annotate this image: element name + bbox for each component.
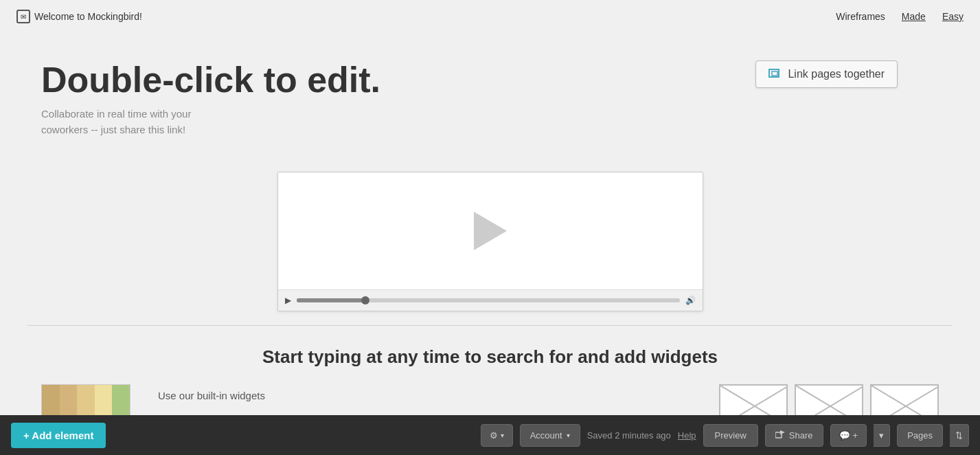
gear-caret-icon: ▾	[501, 432, 504, 439]
palette-col-5	[112, 385, 130, 415]
widget-svg-2	[796, 386, 863, 415]
svg-line-7	[871, 386, 939, 415]
preview-button[interactable]: Preview	[703, 424, 758, 447]
account-caret-icon: ▾	[567, 432, 570, 439]
saved-status: Saved 2 minutes ago	[587, 430, 671, 441]
progress-thumb[interactable]	[361, 296, 369, 304]
logo-text: Welcome to Mockingbird!	[34, 11, 142, 22]
hero-section: Double-click to edit. Collaborate in rea…	[0, 47, 980, 158]
svg-line-2	[720, 386, 788, 415]
nav-wireframes[interactable]: Wireframes	[836, 11, 885, 22]
section-divider	[27, 325, 953, 326]
widgets-title: Start typing at any time to search for a…	[41, 346, 939, 368]
palette-col-3	[77, 385, 95, 415]
widgets-section: Start typing at any time to search for a…	[0, 340, 980, 415]
widget-svg-3	[871, 386, 939, 415]
bottom-toolbar: + Add element ⚙ ▾ Account ▾ Saved 2 minu…	[0, 415, 980, 455]
palette-col-4	[95, 385, 113, 415]
widget-icon-3	[870, 384, 939, 415]
progress-fill	[297, 298, 365, 302]
nav-logo: ✉ Welcome to Mockingbird!	[16, 10, 142, 23]
gear-button[interactable]: ⚙ ▾	[481, 424, 513, 447]
link-pages-button[interactable]: Link pages together	[755, 60, 898, 88]
svg-line-6	[871, 386, 939, 415]
main-content: Double-click to edit. Collaborate in rea…	[0, 33, 980, 415]
palette-col-1	[42, 385, 60, 415]
help-button[interactable]: Help	[678, 430, 696, 441]
video-controls: ▶ 🔊	[278, 289, 703, 311]
nav-made[interactable]: Made	[902, 11, 926, 22]
hero-subtitle: Collaborate in real time with your cowor…	[41, 107, 939, 137]
svg-line-4	[796, 386, 863, 415]
account-button[interactable]: Account ▾	[520, 424, 580, 447]
comment-caret-button[interactable]: ▾	[874, 424, 890, 447]
built-in-widgets-label: Use our built-in widgets	[158, 384, 265, 401]
hero-subtitle-line2: coworkers -- just share this link!	[41, 124, 185, 135]
volume-control[interactable]: 🔊	[685, 296, 696, 305]
pages-button[interactable]: Pages	[897, 424, 943, 447]
widget-icon-list	[719, 384, 939, 415]
video-screen[interactable]	[278, 173, 703, 289]
svg-line-3	[720, 386, 788, 415]
share-label: Share	[789, 430, 813, 441]
progress-bar[interactable]	[297, 298, 680, 302]
add-element-button[interactable]: + Add element	[11, 423, 106, 448]
pages-dropdown-icon: ⇅	[955, 430, 963, 441]
svg-line-5	[796, 386, 863, 415]
widget-icon-1	[719, 384, 788, 415]
widgets-content: Use our built-in widgets	[41, 384, 939, 415]
share-button[interactable]: Share	[765, 424, 823, 447]
logo-icon: ✉	[16, 10, 30, 23]
palette-col-2	[60, 385, 78, 415]
comment-icon: 💬	[839, 430, 850, 441]
gear-icon: ⚙	[490, 430, 498, 441]
comment-dropdown-icon: ▾	[879, 430, 884, 441]
link-icon	[768, 69, 782, 80]
svg-rect-1	[772, 71, 777, 76]
share-icon	[775, 430, 785, 440]
pages-caret-button[interactable]: ⇅	[950, 424, 969, 447]
play-button-icon[interactable]	[474, 212, 507, 250]
nav-easy[interactable]: Easy	[942, 11, 964, 22]
nav-links: Wireframes Made Easy	[836, 11, 964, 22]
account-label: Account	[530, 430, 562, 441]
widget-icon-2	[795, 384, 863, 415]
hero-subtitle-line1: Collaborate in real time with your	[41, 108, 191, 120]
top-nav: ✉ Welcome to Mockingbird! Wireframes Mad…	[0, 0, 980, 33]
play-control[interactable]: ▶	[285, 296, 291, 305]
pages-label: Pages	[907, 430, 933, 441]
widget-svg-1	[720, 386, 788, 415]
video-player: ▶ 🔊	[277, 172, 703, 311]
comment-button[interactable]: 💬 +	[830, 424, 867, 447]
widget-palette	[41, 384, 130, 415]
comment-label: +	[853, 430, 858, 441]
